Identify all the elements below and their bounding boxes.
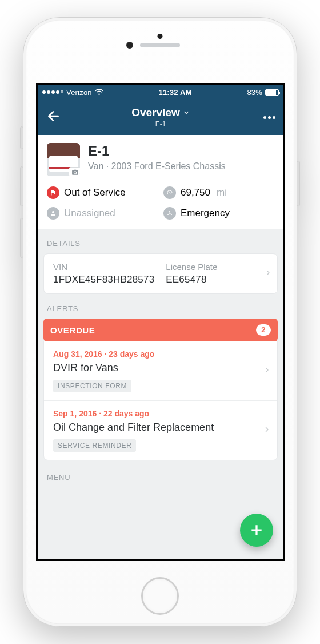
nav-bar: Overview E-1	[38, 100, 283, 135]
overdue-count-badge: 2	[256, 324, 271, 336]
iphone-frame: Verizon 11:32 AM 83% Overview E-1	[23, 17, 297, 627]
assignee-cell[interactable]: Unassigned	[47, 207, 158, 220]
overdue-label: OVERDUE	[50, 325, 95, 335]
battery-percent: 83%	[247, 88, 262, 97]
group-icon	[163, 207, 176, 220]
battery-icon	[265, 89, 279, 96]
vehicle-name: E-1	[88, 143, 226, 159]
home-button[interactable]	[141, 577, 179, 615]
signal-strength-icon	[42, 90, 63, 94]
nav-title-text: Overview	[131, 106, 180, 119]
screen: Verizon 11:32 AM 83% Overview E-1	[36, 83, 285, 561]
alert-date: Aug 31, 2016 · 23 days ago	[53, 349, 258, 359]
camera-icon	[71, 169, 79, 176]
proximity-sensor	[158, 34, 163, 39]
chevron-right-icon	[263, 424, 270, 437]
flag-icon	[47, 186, 59, 199]
alert-tag: SERVICE REMINDER	[53, 439, 136, 452]
wifi-icon	[95, 89, 103, 96]
alert-item[interactable]: Sep 1, 2016 · 22 days ago Oil Change and…	[44, 400, 277, 460]
group-text: Emergency	[181, 208, 230, 219]
mute-switch	[20, 126, 23, 149]
status-bar: Verizon 11:32 AM 83%	[38, 85, 283, 100]
person-icon	[47, 207, 59, 220]
front-camera	[126, 42, 133, 49]
group-cell[interactable]: Emergency	[163, 207, 274, 220]
add-fab[interactable]	[240, 514, 273, 547]
vehicle-photo[interactable]	[47, 143, 80, 176]
vin-value: 1FDXE45F83HB28573	[53, 274, 154, 285]
nav-title[interactable]: Overview	[131, 106, 190, 119]
details-card[interactable]: VIN 1FDXE45F83HB28573 License Plate EE65…	[43, 253, 278, 294]
menu-section-label: MENU	[38, 460, 283, 482]
status-text: Out of Service	[64, 187, 126, 198]
nav-subtitle: E-1	[38, 120, 283, 128]
carrier-label: Verizon	[66, 88, 92, 97]
plate-value: EE65478	[166, 274, 217, 285]
plus-icon	[249, 523, 264, 538]
vehicle-subtitle: Van · 2003 Ford E-Series Chassis	[88, 161, 226, 172]
odometer-value: 69,750	[181, 187, 210, 198]
status-cell[interactable]: Out of Service	[47, 186, 158, 199]
plate-label: License Plate	[166, 262, 217, 272]
alert-item[interactable]: Aug 31, 2016 · 23 days ago DVIR for Vans…	[44, 341, 277, 400]
alert-date: Sep 1, 2016 · 22 days ago	[53, 409, 258, 418]
status-time: 11:32 AM	[103, 88, 247, 97]
earpiece	[140, 43, 180, 47]
camera-badge[interactable]	[69, 167, 80, 176]
chevron-right-icon	[263, 365, 270, 377]
odometer-unit: mi	[217, 187, 227, 198]
vehicle-header: E-1 Van · 2003 Ford E-Series Chassis Out…	[38, 135, 283, 229]
alert-tag: INSPECTION FORM	[53, 380, 131, 392]
assignee-text: Unassigned	[64, 208, 115, 219]
power-button	[297, 161, 300, 206]
odometer-cell[interactable]: 69,750 mi	[163, 186, 274, 199]
chevron-down-icon	[183, 109, 190, 116]
gauge-icon	[163, 186, 176, 199]
alerts-list: Aug 31, 2016 · 23 days ago DVIR for Vans…	[43, 341, 278, 460]
alert-title: Oil Change and Filter Replacement	[53, 422, 258, 434]
details-section-label: DETAILS	[38, 229, 283, 253]
volume-down	[20, 218, 23, 258]
vin-label: VIN	[53, 262, 154, 272]
alert-title: DVIR for Vans	[53, 362, 258, 374]
volume-up	[20, 166, 23, 206]
chevron-right-icon	[265, 268, 271, 280]
svg-point-0	[169, 211, 170, 212]
overdue-header[interactable]: OVERDUE 2	[43, 319, 278, 341]
alerts-section-label: ALERTS	[38, 294, 283, 319]
